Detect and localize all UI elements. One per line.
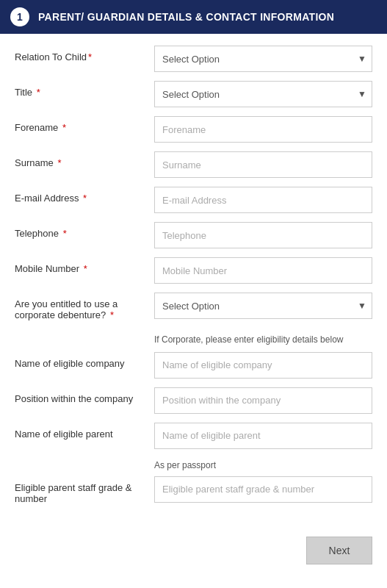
- form-footer: Next: [0, 523, 387, 579]
- form-title: PARENT/ GUARDIAN DETAILS & CONTACT INFOR…: [38, 11, 334, 23]
- telephone-wrap: [154, 222, 372, 248]
- form-body: Relation To Child* Select Option Mother …: [0, 34, 387, 523]
- email-wrap: [154, 187, 372, 213]
- surname-row: Surname *: [15, 151, 372, 179]
- required-indicator: *: [63, 228, 67, 239]
- corporate-row: Are you entitled to use a corporate debe…: [15, 293, 372, 320]
- forename-label: Forename *: [15, 116, 154, 133]
- corporate-info-text: If Corporate, please enter eligibility d…: [154, 334, 343, 346]
- corporate-select-wrap: Select Option Yes No ▼: [154, 293, 372, 319]
- position-wrap: [154, 387, 372, 414]
- surname-label: Surname *: [15, 151, 154, 168]
- corporate-label: Are you entitled to use a corporate debe…: [15, 293, 154, 320]
- required-indicator: *: [88, 51, 92, 62]
- eligible-parent-wrap: [154, 423, 372, 449]
- corporate-info-row: If Corporate, please enter eligibility d…: [15, 328, 372, 352]
- next-button[interactable]: Next: [306, 537, 372, 564]
- email-input[interactable]: [154, 187, 372, 213]
- staff-grade-input[interactable]: [154, 476, 372, 503]
- email-row: E-mail Address *: [15, 187, 372, 215]
- required-indicator: *: [110, 309, 114, 320]
- relation-to-child-select[interactable]: Select Option Mother Father Guardian: [154, 46, 372, 72]
- eligible-company-input[interactable]: [154, 352, 372, 379]
- forename-row: Forename *: [15, 116, 372, 144]
- mobile-wrap: [154, 257, 372, 284]
- corporate-wrap: Select Option Yes No ▼: [154, 293, 372, 319]
- title-select[interactable]: Select Option Mr Mrs Miss Ms Dr: [154, 81, 372, 107]
- eligible-parent-row: Name of eligible parent: [15, 423, 372, 451]
- title-label: Title *: [15, 81, 154, 98]
- relation-to-child-select-wrap: Select Option Mother Father Guardian ▼: [154, 46, 372, 72]
- relation-to-child-wrap: Select Option Mother Father Guardian ▼: [154, 46, 372, 72]
- eligible-parent-label: Name of eligible parent: [15, 423, 154, 440]
- title-select-wrap: Select Option Mr Mrs Miss Ms Dr ▼: [154, 81, 372, 107]
- corporate-select[interactable]: Select Option Yes No: [154, 293, 372, 319]
- mobile-row: Mobile Number *: [15, 257, 372, 285]
- required-indicator: *: [37, 87, 40, 98]
- mobile-label: Mobile Number *: [15, 257, 154, 274]
- title-wrap: Select Option Mr Mrs Miss Ms Dr ▼: [154, 81, 372, 107]
- required-indicator: *: [57, 157, 61, 168]
- mobile-input[interactable]: [154, 257, 372, 284]
- forename-wrap: [154, 116, 372, 143]
- form-header: 1 PARENT/ GUARDIAN DETAILS & CONTACT INF…: [0, 0, 387, 34]
- relation-to-child-label: Relation To Child*: [15, 46, 154, 62]
- staff-grade-label: Eligible parent staff grade & number: [15, 476, 154, 504]
- telephone-input[interactable]: [154, 222, 372, 248]
- eligible-company-row: Name of eligible company: [15, 352, 372, 380]
- eligible-parent-input[interactable]: [154, 423, 372, 449]
- as-per-passport-text: As per passport: [15, 458, 372, 476]
- position-input[interactable]: [154, 387, 372, 414]
- required-indicator: *: [62, 122, 66, 133]
- surname-input[interactable]: [154, 151, 372, 178]
- relation-to-child-row: Relation To Child* Select Option Mother …: [15, 46, 372, 74]
- eligible-company-label: Name of eligible company: [15, 352, 154, 369]
- title-row: Title * Select Option Mr Mrs Miss Ms Dr …: [15, 81, 372, 109]
- staff-grade-wrap: [154, 476, 372, 503]
- forename-input[interactable]: [154, 116, 372, 143]
- position-label: Position within the company: [15, 387, 154, 404]
- position-row: Position within the company: [15, 387, 372, 415]
- required-indicator: *: [83, 193, 87, 204]
- required-indicator: *: [84, 263, 87, 274]
- email-label: E-mail Address *: [15, 187, 154, 204]
- staff-grade-row: Eligible parent staff grade & number: [15, 476, 372, 504]
- eligible-company-wrap: [154, 352, 372, 379]
- telephone-row: Telephone *: [15, 222, 372, 250]
- step-number: 1: [10, 7, 29, 26]
- surname-wrap: [154, 151, 372, 178]
- telephone-label: Telephone *: [15, 222, 154, 239]
